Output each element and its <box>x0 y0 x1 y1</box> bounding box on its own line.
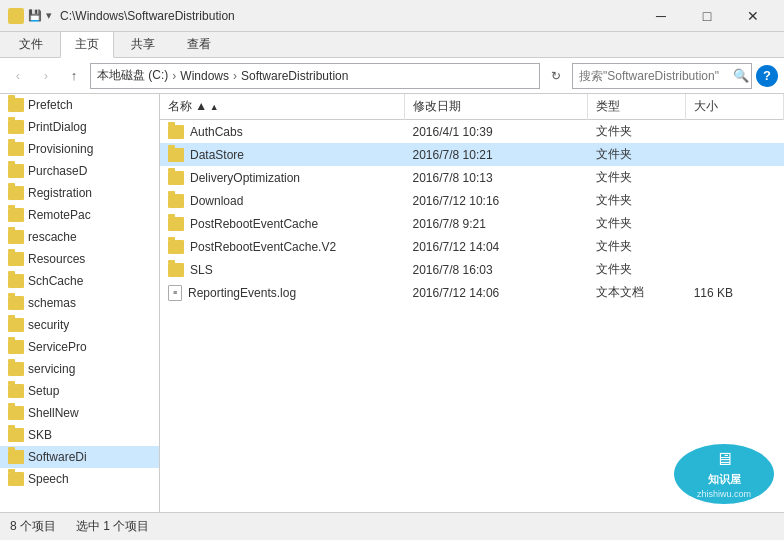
col-header-date[interactable]: 修改日期 <box>405 94 588 120</box>
sidebar-item-servicing[interactable]: servicing <box>0 358 159 380</box>
sidebar-item-softwaredi[interactable]: SoftwareDi <box>0 446 159 468</box>
maximize-button[interactable]: □ <box>684 0 730 32</box>
address-path[interactable]: 本地磁盘 (C:) › Windows › SoftwareDistributi… <box>90 63 540 89</box>
sidebar-item-label: Prefetch <box>28 98 73 112</box>
folder-icon <box>8 428 24 442</box>
folder-icon <box>8 340 24 354</box>
tab-file[interactable]: 文件 <box>4 31 58 57</box>
file-size: 116 KB <box>686 281 784 304</box>
tab-view[interactable]: 查看 <box>172 31 226 57</box>
sidebar-item-registration[interactable]: Registration <box>0 182 159 204</box>
path-sep-2: › <box>233 69 237 83</box>
folder-icon <box>8 252 24 266</box>
file-name: PostRebootEventCache.V2 <box>190 240 336 254</box>
title-icons: 💾 ▾ <box>8 8 52 24</box>
back-button[interactable]: ‹ <box>6 64 30 88</box>
forward-button[interactable]: › <box>34 64 58 88</box>
path-part-sd[interactable]: SoftwareDistribution <box>241 69 348 83</box>
watermark: 🖥 知识屋 zhishiwu.com <box>674 444 774 504</box>
sidebar-item-speech[interactable]: Speech <box>0 468 159 490</box>
table-row[interactable]: ≡ReportingEvents.log2016/7/12 14:06文本文档1… <box>160 281 784 304</box>
close-button[interactable]: ✕ <box>730 0 776 32</box>
file-date: 2016/7/8 10:13 <box>405 166 588 189</box>
sidebar-item-purchased[interactable]: PurchaseD <box>0 160 159 182</box>
title-bar: 💾 ▾ C:\Windows\SoftwareDistribution ─ □ … <box>0 0 784 32</box>
folder-icon <box>8 230 24 244</box>
sidebar-item-schemas[interactable]: schemas <box>0 292 159 314</box>
table-header-row: 名称 ▲ 修改日期 类型 大小 <box>160 94 784 120</box>
table-row[interactable]: SLS2016/7/8 16:03文件夹 <box>160 258 784 281</box>
sidebar-item-remotepac[interactable]: RemotePac <box>0 204 159 226</box>
sidebar-item-prefetch[interactable]: Prefetch <box>0 94 159 116</box>
col-header-type[interactable]: 类型 <box>588 94 686 120</box>
refresh-button[interactable]: ↻ <box>544 64 568 88</box>
table-row[interactable]: AuthCabs2016/4/1 10:39文件夹 <box>160 120 784 144</box>
ribbon-tabs: 文件 主页 共享 查看 <box>0 32 784 58</box>
help-button[interactable]: ? <box>756 65 778 87</box>
tab-home[interactable]: 主页 <box>60 31 114 58</box>
up-button[interactable]: ↑ <box>62 64 86 88</box>
sidebar-item-rescache[interactable]: rescache <box>0 226 159 248</box>
path-part-windows[interactable]: Windows <box>180 69 229 83</box>
sidebar-item-provisioning[interactable]: Provisioning <box>0 138 159 160</box>
file-size <box>686 212 784 235</box>
file-name-cell: Download <box>160 189 405 212</box>
folder-icon <box>8 362 24 376</box>
sidebar-item-label: ServicePro <box>28 340 87 354</box>
sidebar-item-shellnew[interactable]: ShellNew <box>0 402 159 424</box>
file-type: 文件夹 <box>588 235 686 258</box>
file-type: 文本文档 <box>588 281 686 304</box>
file-name: AuthCabs <box>190 125 243 139</box>
watermark-text: 知识屋 <box>708 472 741 487</box>
address-bar: ‹ › ↑ 本地磁盘 (C:) › Windows › SoftwareDist… <box>0 58 784 94</box>
sidebar-item-label: PrintDialog <box>28 120 87 134</box>
file-name-cell: SLS <box>160 258 405 281</box>
sidebar-item-label: PurchaseD <box>28 164 87 178</box>
file-date: 2016/7/8 16:03 <box>405 258 588 281</box>
file-name: Download <box>190 194 243 208</box>
sidebar-item-label: RemotePac <box>28 208 91 222</box>
table-row[interactable]: PostRebootEventCache.V22016/7/12 14:04文件… <box>160 235 784 258</box>
sidebar-item-label: SchCache <box>28 274 83 288</box>
sidebar-item-setup[interactable]: Setup <box>0 380 159 402</box>
sidebar-item-skb[interactable]: SKB <box>0 424 159 446</box>
quick-access-menu[interactable]: ▾ <box>46 9 52 22</box>
file-name-cell: AuthCabs <box>160 120 405 144</box>
file-date: 2016/4/1 10:39 <box>405 120 588 144</box>
table-row[interactable]: PostRebootEventCache2016/7/8 9:21文件夹 <box>160 212 784 235</box>
file-name: ReportingEvents.log <box>188 286 296 300</box>
folder-icon <box>8 472 24 486</box>
table-row[interactable]: DeliveryOptimization2016/7/8 10:13文件夹 <box>160 166 784 189</box>
search-icon[interactable]: 🔍 <box>733 68 749 83</box>
sidebar-item-printdialog[interactable]: PrintDialog <box>0 116 159 138</box>
col-header-name[interactable]: 名称 ▲ <box>160 94 405 120</box>
col-header-size[interactable]: 大小 <box>686 94 784 120</box>
folder-icon <box>8 142 24 156</box>
sidebar-item-label: servicing <box>28 362 75 376</box>
file-size <box>686 143 784 166</box>
sidebar-item-label: Resources <box>28 252 85 266</box>
sidebar-item-label: SoftwareDi <box>28 450 87 464</box>
search-box[interactable]: 🔍 <box>572 63 752 89</box>
sidebar-item-resources[interactable]: Resources <box>0 248 159 270</box>
tab-share[interactable]: 共享 <box>116 31 170 57</box>
sidebar-item-schcache[interactable]: SchCache <box>0 270 159 292</box>
table-row[interactable]: DataStore2016/7/8 10:21文件夹 <box>160 143 784 166</box>
file-name-cell: ≡ReportingEvents.log <box>160 281 405 304</box>
sidebar-item-label: security <box>28 318 69 332</box>
sidebar-item-label: ShellNew <box>28 406 79 420</box>
sidebar-item-label: Setup <box>28 384 59 398</box>
sidebar-item-servicepro[interactable]: ServicePro <box>0 336 159 358</box>
quick-access-save[interactable]: 💾 <box>28 9 42 22</box>
file-list-area: 名称 ▲ 修改日期 类型 大小 AuthCabs2016/4/1 10:39文件… <box>160 94 784 512</box>
table-row[interactable]: Download2016/7/12 10:16文件夹 <box>160 189 784 212</box>
folder-icon <box>8 450 24 464</box>
folder-icon <box>8 406 24 420</box>
file-name-cell: PostRebootEventCache.V2 <box>160 235 405 258</box>
sidebar-item-security[interactable]: security <box>0 314 159 336</box>
minimize-button[interactable]: ─ <box>638 0 684 32</box>
path-part-c[interactable]: 本地磁盘 (C:) <box>97 67 168 84</box>
folder-icon <box>8 318 24 332</box>
search-input[interactable] <box>579 69 729 83</box>
sidebar-list: PrefetchPrintDialogProvisioningPurchaseD… <box>0 94 159 512</box>
